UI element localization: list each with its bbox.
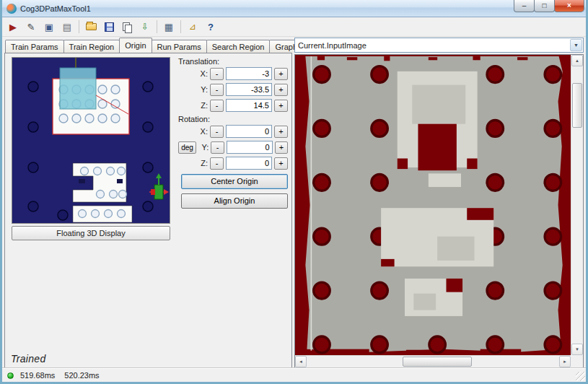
save-icon[interactable] <box>101 19 117 35</box>
train-icon[interactable]: ✎ <box>23 19 39 35</box>
translation-z-plus-button[interactable]: + <box>274 100 288 112</box>
vertical-scrollbar[interactable]: ▲ ▼ <box>571 55 583 355</box>
image-window-icon[interactable]: ▣ <box>41 19 57 35</box>
import-glyph: ⇩ <box>141 22 149 32</box>
train-image-3d-wrap: Floating 3D Display <box>12 57 170 240</box>
timing-readout: 519.68ms 520.23ms <box>20 371 100 380</box>
calibrate-glyph: ⊿ <box>189 22 196 32</box>
toolbar-separator <box>79 20 79 33</box>
horizontal-scroll-thumb[interactable] <box>403 357 472 367</box>
input-image-graphic <box>295 55 571 355</box>
help-icon[interactable]: ? <box>203 19 219 35</box>
copy-image-glyph: ▤ <box>63 22 71 32</box>
scroll-up-icon[interactable]: ▲ <box>571 55 583 66</box>
rotation-z-row: Z: - + <box>178 157 288 170</box>
folder-glyph <box>86 23 97 30</box>
rotation-y-minus-button[interactable]: - <box>211 141 224 154</box>
image-display-panel: Current.InputImage ▼ <box>294 38 584 368</box>
translation-x-input[interactable] <box>226 67 272 80</box>
app-window: Cog3DPatMaxTool1 – □ × ▶ ✎ ▣ ▤ ⇩ ▦ ⊿ ? T… <box>0 0 588 384</box>
rotation-y-row: deg Y: - + <box>178 141 288 154</box>
run-time: 519.68ms <box>20 371 55 380</box>
translation-x-plus-button[interactable]: + <box>274 68 288 80</box>
translation-z-minus-button[interactable]: - <box>210 100 224 112</box>
train-image-3d-graphic <box>12 58 170 223</box>
trained-status: Trained <box>11 353 46 365</box>
tab-search-region[interactable]: Search Region <box>206 40 271 53</box>
translation-y-minus-button[interactable]: - <box>210 84 224 96</box>
rotation-x-plus-button[interactable]: + <box>274 126 288 138</box>
total-time: 520.23ms <box>64 371 99 380</box>
translation-x-row: X: - + <box>178 67 288 80</box>
translation-x-minus-button[interactable]: - <box>210 68 224 80</box>
rotation-z-plus-button[interactable]: + <box>274 157 288 170</box>
tab-run-params[interactable]: Run Params <box>152 40 207 53</box>
tab-origin[interactable]: Origin <box>119 38 152 53</box>
main-area: Train Params Train Region Origin Run Par… <box>2 37 586 368</box>
open-icon[interactable] <box>83 19 99 35</box>
status-bar: 519.68ms 520.23ms <box>2 368 586 382</box>
floating-3d-display-button[interactable]: Floating 3D Display <box>12 226 170 240</box>
window-controls: – □ × <box>514 0 584 12</box>
run-glyph: ▶ <box>9 22 17 32</box>
resize-grip[interactable] <box>576 372 585 381</box>
input-image-panel: ▲ ▼ ◄ ► <box>294 54 584 368</box>
scroll-down-icon[interactable]: ▼ <box>571 344 583 355</box>
toolbar-separator <box>157 20 157 33</box>
chevron-down-icon[interactable]: ▼ <box>570 39 582 51</box>
rotation-x-input[interactable] <box>226 125 272 138</box>
deg-units-button[interactable]: deg <box>178 141 196 154</box>
input-image-view[interactable] <box>295 55 571 355</box>
rotation-y-input[interactable] <box>227 141 273 154</box>
copy-image-icon[interactable]: ▤ <box>59 19 75 35</box>
import-icon[interactable]: ⇩ <box>137 19 153 35</box>
tab-train-params[interactable]: Train Params <box>5 40 64 53</box>
y-axis-label: Y: <box>198 85 208 94</box>
tab-train-region[interactable]: Train Region <box>63 40 120 53</box>
toolbar: ▶ ✎ ▣ ▤ ⇩ ▦ ⊿ ? <box>2 17 586 37</box>
rotation-x-minus-button[interactable]: - <box>210 126 224 138</box>
x-axis-label: X: <box>198 69 208 78</box>
translation-z-input[interactable] <box>226 99 272 112</box>
close-button[interactable]: × <box>554 0 584 12</box>
train-image-3d-display[interactable] <box>12 57 170 224</box>
image-window-glyph: ▣ <box>45 22 53 32</box>
translation-y-plus-button[interactable]: + <box>274 84 288 96</box>
status-ok-icon <box>7 372 14 379</box>
horizontal-scroll-track[interactable] <box>307 356 559 367</box>
translation-y-input[interactable] <box>226 83 272 96</box>
toolbar-separator <box>180 20 181 33</box>
center-origin-button[interactable]: Center Origin <box>181 174 288 189</box>
translation-label: Translation: <box>178 57 288 66</box>
rotation-z-minus-button[interactable]: - <box>210 157 224 170</box>
run-icon[interactable]: ▶ <box>5 19 21 35</box>
titlebar[interactable]: Cog3DPatMaxTool1 – □ × <box>2 0 586 17</box>
scroll-left-icon[interactable]: ◄ <box>295 356 307 367</box>
scroll-right-icon[interactable]: ► <box>559 356 571 367</box>
origin-tab-page: Floating 3D Display Translation: X: - + … <box>4 53 292 368</box>
scrollbar-corner <box>571 355 583 367</box>
rotation-z-input[interactable] <box>226 157 272 170</box>
minimize-button[interactable]: – <box>514 0 535 12</box>
grid-icon[interactable]: ▦ <box>161 19 177 35</box>
image-selector-combobox[interactable]: Current.InputImage ▼ <box>294 38 584 53</box>
rotation-y-plus-button[interactable]: + <box>275 141 288 154</box>
vertical-scroll-thumb[interactable] <box>572 83 582 128</box>
y-axis-label: Y: <box>199 143 209 152</box>
horizontal-scrollbar[interactable]: ◄ ► <box>295 355 571 367</box>
window-title: Cog3DPatMaxTool1 <box>20 4 511 13</box>
train-glyph: ✎ <box>27 22 35 32</box>
vertical-scroll-track[interactable] <box>571 66 583 344</box>
align-origin-button[interactable]: Align Origin <box>181 193 288 209</box>
calibrate-icon[interactable]: ⊿ <box>185 19 201 35</box>
image-selector-value: Current.InputImage <box>295 41 570 50</box>
grid-glyph: ▦ <box>164 22 173 32</box>
copy-icon[interactable] <box>119 19 135 35</box>
help-glyph: ? <box>208 22 214 32</box>
rotation-x-row: X: - + <box>178 125 288 138</box>
floppy-glyph <box>105 22 114 32</box>
maximize-button[interactable]: □ <box>534 0 555 12</box>
x-axis-label: X: <box>198 127 208 136</box>
translation-z-row: Z: - + <box>178 99 288 112</box>
origin-controls: Translation: X: - + Y: - + Z: <box>178 56 288 209</box>
